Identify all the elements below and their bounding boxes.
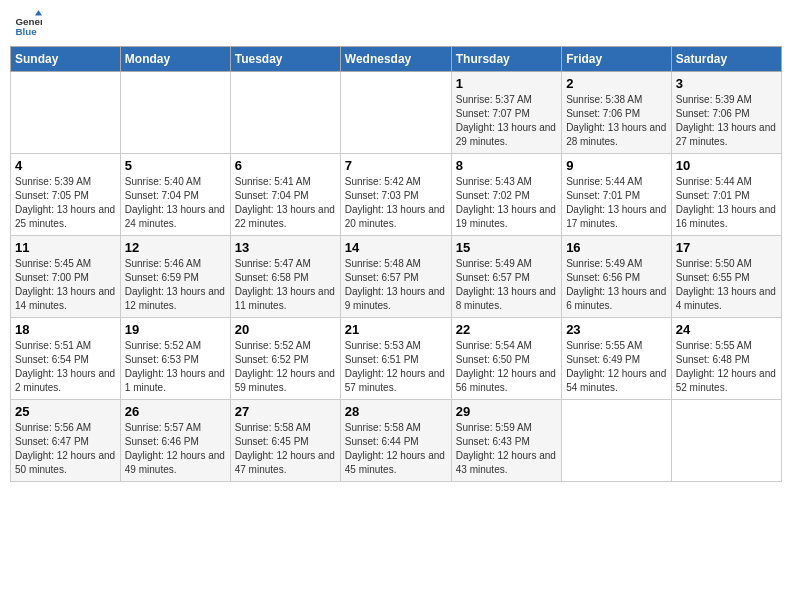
day-info: Sunrise: 5:53 AMSunset: 6:51 PMDaylight:…	[345, 339, 447, 395]
calendar-cell: 7Sunrise: 5:42 AMSunset: 7:03 PMDaylight…	[340, 154, 451, 236]
day-info: Sunrise: 5:49 AMSunset: 6:57 PMDaylight:…	[456, 257, 557, 313]
day-info: Sunrise: 5:59 AMSunset: 6:43 PMDaylight:…	[456, 421, 557, 477]
day-info: Sunrise: 5:54 AMSunset: 6:50 PMDaylight:…	[456, 339, 557, 395]
day-number: 18	[15, 322, 116, 337]
col-header-thursday: Thursday	[451, 47, 561, 72]
day-info: Sunrise: 5:51 AMSunset: 6:54 PMDaylight:…	[15, 339, 116, 395]
calendar-week-4: 18Sunrise: 5:51 AMSunset: 6:54 PMDayligh…	[11, 318, 782, 400]
day-info: Sunrise: 5:41 AMSunset: 7:04 PMDaylight:…	[235, 175, 336, 231]
day-info: Sunrise: 5:58 AMSunset: 6:44 PMDaylight:…	[345, 421, 447, 477]
calendar-cell: 15Sunrise: 5:49 AMSunset: 6:57 PMDayligh…	[451, 236, 561, 318]
day-number: 27	[235, 404, 336, 419]
day-info: Sunrise: 5:40 AMSunset: 7:04 PMDaylight:…	[125, 175, 226, 231]
day-info: Sunrise: 5:43 AMSunset: 7:02 PMDaylight:…	[456, 175, 557, 231]
day-number: 1	[456, 76, 557, 91]
day-number: 25	[15, 404, 116, 419]
day-info: Sunrise: 5:50 AMSunset: 6:55 PMDaylight:…	[676, 257, 777, 313]
day-number: 15	[456, 240, 557, 255]
calendar-header-row: SundayMondayTuesdayWednesdayThursdayFrid…	[11, 47, 782, 72]
calendar-cell	[562, 400, 672, 482]
col-header-sunday: Sunday	[11, 47, 121, 72]
svg-text:Blue: Blue	[15, 26, 37, 37]
calendar-cell: 12Sunrise: 5:46 AMSunset: 6:59 PMDayligh…	[120, 236, 230, 318]
calendar-cell: 6Sunrise: 5:41 AMSunset: 7:04 PMDaylight…	[230, 154, 340, 236]
day-number: 9	[566, 158, 667, 173]
logo-icon: General Blue	[14, 10, 42, 38]
calendar-cell	[230, 72, 340, 154]
day-number: 12	[125, 240, 226, 255]
calendar-cell: 19Sunrise: 5:52 AMSunset: 6:53 PMDayligh…	[120, 318, 230, 400]
day-info: Sunrise: 5:47 AMSunset: 6:58 PMDaylight:…	[235, 257, 336, 313]
day-info: Sunrise: 5:49 AMSunset: 6:56 PMDaylight:…	[566, 257, 667, 313]
calendar-week-2: 4Sunrise: 5:39 AMSunset: 7:05 PMDaylight…	[11, 154, 782, 236]
day-info: Sunrise: 5:44 AMSunset: 7:01 PMDaylight:…	[676, 175, 777, 231]
day-info: Sunrise: 5:46 AMSunset: 6:59 PMDaylight:…	[125, 257, 226, 313]
day-number: 26	[125, 404, 226, 419]
day-number: 23	[566, 322, 667, 337]
day-number: 5	[125, 158, 226, 173]
calendar-cell	[340, 72, 451, 154]
day-info: Sunrise: 5:44 AMSunset: 7:01 PMDaylight:…	[566, 175, 667, 231]
page-header: General Blue	[10, 10, 782, 38]
day-info: Sunrise: 5:52 AMSunset: 6:52 PMDaylight:…	[235, 339, 336, 395]
calendar-cell: 16Sunrise: 5:49 AMSunset: 6:56 PMDayligh…	[562, 236, 672, 318]
calendar-cell: 4Sunrise: 5:39 AMSunset: 7:05 PMDaylight…	[11, 154, 121, 236]
calendar-cell: 28Sunrise: 5:58 AMSunset: 6:44 PMDayligh…	[340, 400, 451, 482]
day-number: 4	[15, 158, 116, 173]
calendar-week-5: 25Sunrise: 5:56 AMSunset: 6:47 PMDayligh…	[11, 400, 782, 482]
day-number: 29	[456, 404, 557, 419]
col-header-tuesday: Tuesday	[230, 47, 340, 72]
calendar-cell: 26Sunrise: 5:57 AMSunset: 6:46 PMDayligh…	[120, 400, 230, 482]
day-info: Sunrise: 5:52 AMSunset: 6:53 PMDaylight:…	[125, 339, 226, 395]
calendar-cell: 9Sunrise: 5:44 AMSunset: 7:01 PMDaylight…	[562, 154, 672, 236]
day-number: 16	[566, 240, 667, 255]
day-info: Sunrise: 5:55 AMSunset: 6:48 PMDaylight:…	[676, 339, 777, 395]
day-number: 22	[456, 322, 557, 337]
calendar-cell: 22Sunrise: 5:54 AMSunset: 6:50 PMDayligh…	[451, 318, 561, 400]
calendar-cell: 23Sunrise: 5:55 AMSunset: 6:49 PMDayligh…	[562, 318, 672, 400]
day-info: Sunrise: 5:55 AMSunset: 6:49 PMDaylight:…	[566, 339, 667, 395]
calendar-week-1: 1Sunrise: 5:37 AMSunset: 7:07 PMDaylight…	[11, 72, 782, 154]
calendar-cell: 2Sunrise: 5:38 AMSunset: 7:06 PMDaylight…	[562, 72, 672, 154]
day-info: Sunrise: 5:58 AMSunset: 6:45 PMDaylight:…	[235, 421, 336, 477]
day-info: Sunrise: 5:37 AMSunset: 7:07 PMDaylight:…	[456, 93, 557, 149]
logo: General Blue	[14, 10, 46, 38]
day-info: Sunrise: 5:39 AMSunset: 7:06 PMDaylight:…	[676, 93, 777, 149]
calendar-cell	[11, 72, 121, 154]
day-number: 21	[345, 322, 447, 337]
day-number: 11	[15, 240, 116, 255]
svg-marker-1	[35, 10, 42, 16]
day-number: 17	[676, 240, 777, 255]
calendar-cell: 11Sunrise: 5:45 AMSunset: 7:00 PMDayligh…	[11, 236, 121, 318]
day-info: Sunrise: 5:57 AMSunset: 6:46 PMDaylight:…	[125, 421, 226, 477]
day-number: 6	[235, 158, 336, 173]
calendar-cell: 24Sunrise: 5:55 AMSunset: 6:48 PMDayligh…	[671, 318, 781, 400]
calendar-cell	[120, 72, 230, 154]
day-number: 24	[676, 322, 777, 337]
day-info: Sunrise: 5:56 AMSunset: 6:47 PMDaylight:…	[15, 421, 116, 477]
day-number: 2	[566, 76, 667, 91]
day-number: 20	[235, 322, 336, 337]
day-number: 7	[345, 158, 447, 173]
day-info: Sunrise: 5:38 AMSunset: 7:06 PMDaylight:…	[566, 93, 667, 149]
day-number: 19	[125, 322, 226, 337]
calendar-cell: 1Sunrise: 5:37 AMSunset: 7:07 PMDaylight…	[451, 72, 561, 154]
col-header-friday: Friday	[562, 47, 672, 72]
calendar-cell: 27Sunrise: 5:58 AMSunset: 6:45 PMDayligh…	[230, 400, 340, 482]
day-number: 14	[345, 240, 447, 255]
calendar-cell: 29Sunrise: 5:59 AMSunset: 6:43 PMDayligh…	[451, 400, 561, 482]
calendar-cell: 8Sunrise: 5:43 AMSunset: 7:02 PMDaylight…	[451, 154, 561, 236]
day-info: Sunrise: 5:45 AMSunset: 7:00 PMDaylight:…	[15, 257, 116, 313]
day-number: 3	[676, 76, 777, 91]
calendar-cell: 20Sunrise: 5:52 AMSunset: 6:52 PMDayligh…	[230, 318, 340, 400]
calendar-cell: 17Sunrise: 5:50 AMSunset: 6:55 PMDayligh…	[671, 236, 781, 318]
day-info: Sunrise: 5:42 AMSunset: 7:03 PMDaylight:…	[345, 175, 447, 231]
calendar-cell: 10Sunrise: 5:44 AMSunset: 7:01 PMDayligh…	[671, 154, 781, 236]
calendar-cell: 5Sunrise: 5:40 AMSunset: 7:04 PMDaylight…	[120, 154, 230, 236]
day-number: 8	[456, 158, 557, 173]
day-info: Sunrise: 5:39 AMSunset: 7:05 PMDaylight:…	[15, 175, 116, 231]
calendar-cell: 25Sunrise: 5:56 AMSunset: 6:47 PMDayligh…	[11, 400, 121, 482]
day-number: 28	[345, 404, 447, 419]
col-header-wednesday: Wednesday	[340, 47, 451, 72]
calendar-cell: 18Sunrise: 5:51 AMSunset: 6:54 PMDayligh…	[11, 318, 121, 400]
